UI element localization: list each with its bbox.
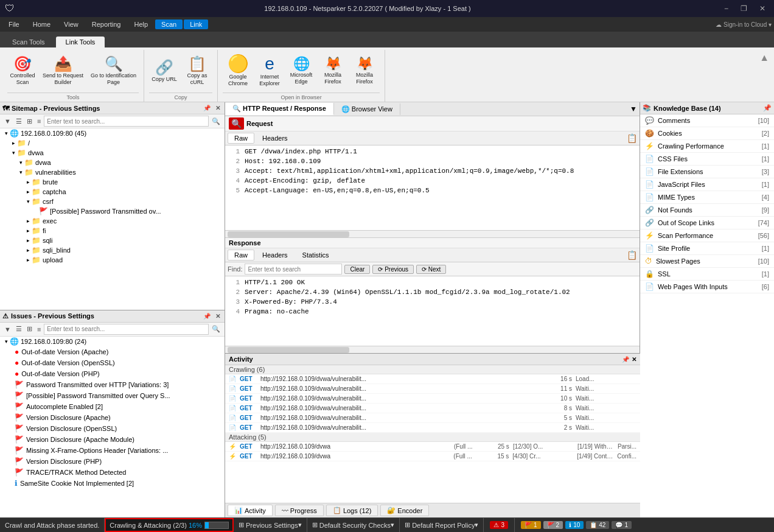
sign-in-cloud[interactable]: ☁ Sign-in to Cloud ▾	[716, 21, 772, 28]
response-tab-raw[interactable]: Raw	[228, 250, 254, 261]
kb-ssl[interactable]: 🔒 SSL [1]	[640, 268, 774, 281]
issues-pin-button[interactable]: 📌	[201, 312, 212, 320]
find-input[interactable]	[245, 264, 342, 275]
open-firefox2-button[interactable]: 🦊 MozillaFirefox	[349, 56, 380, 86]
response-tab-statistics[interactable]: Statistics	[296, 250, 336, 261]
status-default-report[interactable]: ⊞ Default Report Policy ▾	[400, 518, 484, 532]
bottom-tab-progress[interactable]: 〰 Progress	[275, 505, 324, 516]
issues-root-node[interactable]: ▾ 🌐 192.168.0.109:80 (24)	[0, 337, 225, 346]
kb-slowest-pages[interactable]: ⏱ Slowest Pages [10]	[640, 255, 774, 268]
tree-node-csrf[interactable]: ▾ 📁 csrf	[0, 197, 225, 206]
activity-close-icon[interactable]: ✕	[632, 356, 636, 363]
menu-scan[interactable]: Scan	[155, 19, 183, 29]
tree-node-captcha[interactable]: ▸ 📁 captcha	[0, 187, 225, 197]
issue-trace-track[interactable]: 🚩 TRACE/TRACK Method Detected	[0, 467, 225, 478]
open-chrome-button[interactable]: 🟡 GoogleChrome	[223, 54, 253, 88]
kb-javascript-files[interactable]: 📄 JavaScript Files [1]	[640, 178, 774, 191]
tree-node-vulnerabilities[interactable]: ▾ 📁 vulnerabilities	[0, 167, 225, 177]
tree-node-exec[interactable]: ▸ 📁 exec	[0, 216, 225, 226]
tree-node-brute[interactable]: ▸ 📁 brute	[0, 177, 225, 187]
ribbon-collapse-button[interactable]: ▲	[757, 50, 772, 102]
sitemap-search-input[interactable]	[44, 116, 209, 127]
tab-link-tools[interactable]: Link Tools	[56, 37, 105, 47]
status-prev-settings[interactable]: ⊞ Previous Settings ▾	[234, 518, 307, 532]
tree-node-slash[interactable]: ▸ 📁 /	[0, 138, 225, 148]
tree-node-csrf-issue[interactable]: 🚩 [Possible] Password Transmitted ov...	[0, 206, 225, 216]
tree-node-fi[interactable]: ▸ 📁 fi	[0, 226, 225, 236]
issues-view-icon[interactable]: ☰	[14, 324, 24, 334]
request-code-area[interactable]: 1 GET /dvwa/index.php HTTP/1.1 2 Host: 1…	[225, 145, 640, 230]
response-copy-icon[interactable]: 📋	[627, 250, 637, 260]
issue-x-frame[interactable]: 🚩 Missing X-Frame-Options Header [Variat…	[0, 445, 225, 456]
crawl-row-4[interactable]: 📄 GET http://192.168.0.109/dvwa/vulnerab…	[225, 404, 640, 413]
issue-apache-outdated[interactable]: ● Out-of-date Version (Apache)	[0, 346, 225, 357]
request-h-scrollbar[interactable]	[225, 230, 640, 237]
kb-crawling-performance[interactable]: ⚡ Crawling Performance [1]	[640, 140, 774, 153]
crawl-row-6[interactable]: 📄 GET http://192.168.0.109/dvwa/vulnerab…	[225, 423, 640, 433]
tab-http-request-response[interactable]: 🔍 HTTP Request / Response	[225, 103, 334, 115]
crawl-row-5[interactable]: 📄 GET http://192.168.0.109/dvwa/vulnerab…	[225, 413, 640, 423]
response-tab-headers[interactable]: Headers	[256, 250, 295, 261]
issue-samesite[interactable]: ℹ SameSite Cookie Not Implemented [2]	[0, 478, 225, 489]
root-toggle-icon[interactable]: ▾	[2, 130, 10, 136]
crawl-row-2[interactable]: 📄 GET http://192.168.0.109/dvwa/vulnerab…	[225, 384, 640, 394]
bottom-tab-encoder[interactable]: 🔐 Encoder	[380, 505, 429, 516]
kb-web-pages-inputs[interactable]: 📄 Web Pages With Inputs [6]	[640, 281, 774, 293]
issue-openssl-outdated[interactable]: ● Out-of-date Version (OpenSSL)	[0, 357, 225, 368]
open-edge-button[interactable]: 🌐 MicrosoftEdge	[286, 56, 316, 86]
sitemap-view-icon[interactable]: ☰	[14, 117, 24, 126]
http-panel-dropdown-icon[interactable]: ▼	[627, 102, 640, 116]
open-firefox-button[interactable]: 🦊 MozillaFirefox	[318, 56, 348, 86]
issue-pw-query[interactable]: 🚩 [Possible] Password Transmitted over Q…	[0, 390, 225, 401]
sitemap-options-icon[interactable]: ≡	[35, 117, 43, 125]
sitemap-pin-button[interactable]: 📌	[201, 104, 212, 112]
menu-home[interactable]: Home	[27, 19, 57, 29]
sitemap-filter-icon[interactable]: ▼	[2, 117, 13, 125]
minimize-button[interactable]: −	[720, 3, 732, 14]
issue-version-apache-mod[interactable]: 🚩 Version Disclosure (Apache Module)	[0, 434, 225, 445]
tree-node-root[interactable]: ▾ 🌐 192.168.0.109:80 (45)	[0, 128, 225, 138]
response-code-area[interactable]: 1 HTTP/1.1 200 OK 2 Server: Apache/2.4.3…	[225, 276, 640, 346]
tree-node-sqli[interactable]: ▸ 📁 sqli	[0, 236, 225, 245]
copy-as-curl-button[interactable]: 📋 Copy ascURL	[182, 55, 212, 87]
close-button[interactable]: ✕	[756, 3, 769, 14]
kb-comments[interactable]: 💬 Comments [10]	[640, 114, 774, 127]
kb-site-profile[interactable]: 📄 Site Profile [1]	[640, 242, 774, 255]
clear-button[interactable]: Clear	[344, 265, 370, 274]
kb-pin-button[interactable]: 📌	[763, 104, 772, 112]
crawl-row-3[interactable]: 📄 GET http://192.168.0.109/dvwa/vulnerab…	[225, 394, 640, 404]
next-button[interactable]: ⟳ Next	[416, 265, 446, 274]
request-search-icon[interactable]: 🔍	[229, 117, 244, 130]
issues-options-icon[interactable]: ≡	[35, 325, 43, 334]
kb-mime-types[interactable]: 📄 MIME Types [4]	[640, 191, 774, 204]
tree-node-dvwa2[interactable]: ▾ 📁 dvwa	[0, 158, 225, 167]
sitemap-close-button[interactable]: ✕	[214, 104, 222, 112]
tree-node-upload[interactable]: ▸ 📁 upload	[0, 255, 225, 265]
menu-help[interactable]: Help	[128, 19, 154, 29]
kb-out-of-scope[interactable]: 🔗 Out of Scope Links [74]	[640, 217, 774, 229]
kb-css-files[interactable]: 📄 CSS Files [1]	[640, 153, 774, 166]
sitemap-search-icon[interactable]: 🔍	[210, 117, 222, 126]
go-to-identification-page-button[interactable]: 🔍 Go to IdentificationPage	[88, 55, 139, 87]
attack-row-1[interactable]: ⚡ GET http://192.168.0.109/dvwa (Full ..…	[225, 442, 640, 452]
tree-node-dvwa1[interactable]: ▾ 📁 dvwa	[0, 148, 225, 158]
request-tab-raw[interactable]: Raw	[228, 133, 254, 144]
status-warn1-badge[interactable]: 🚩 1 🚩 2 ℹ 10 📋 42 💬 1	[515, 518, 638, 532]
menu-view[interactable]: View	[58, 19, 85, 29]
tab-scan-tools[interactable]: Scan Tools	[2, 37, 55, 47]
sitemap-expand-icon[interactable]: ⊞	[25, 117, 34, 126]
issue-php-outdated[interactable]: ● Out-of-date Version (PHP)	[0, 368, 225, 379]
status-error-badge[interactable]: ⚠ 3	[484, 518, 515, 532]
send-to-request-builder-button[interactable]: 📤 Send to RequestBuilder	[40, 55, 86, 87]
attack-row-2[interactable]: ⚡ GET http://192.168.0.109/dvwa (Full ..…	[225, 452, 640, 461]
issues-search-input[interactable]	[44, 324, 209, 335]
issue-version-php[interactable]: 🚩 Version Disclosure (PHP)	[0, 456, 225, 467]
issue-pw-http[interactable]: 🚩 Password Transmitted over HTTP [Variat…	[0, 379, 225, 390]
open-ie-button[interactable]: e InternetExplorer	[254, 54, 285, 88]
slash-toggle[interactable]: ▸	[10, 140, 17, 146]
issues-search-icon[interactable]: 🔍	[210, 324, 222, 334]
kb-scan-performance[interactable]: ⚡ Scan Performance [56]	[640, 229, 774, 242]
kb-file-extensions[interactable]: 📄 File Extensions [3]	[640, 166, 774, 178]
controlled-scan-button[interactable]: 🎯 ControlledScan	[7, 55, 38, 87]
status-default-security[interactable]: ⊞ Default Security Checks ▾	[307, 518, 400, 532]
